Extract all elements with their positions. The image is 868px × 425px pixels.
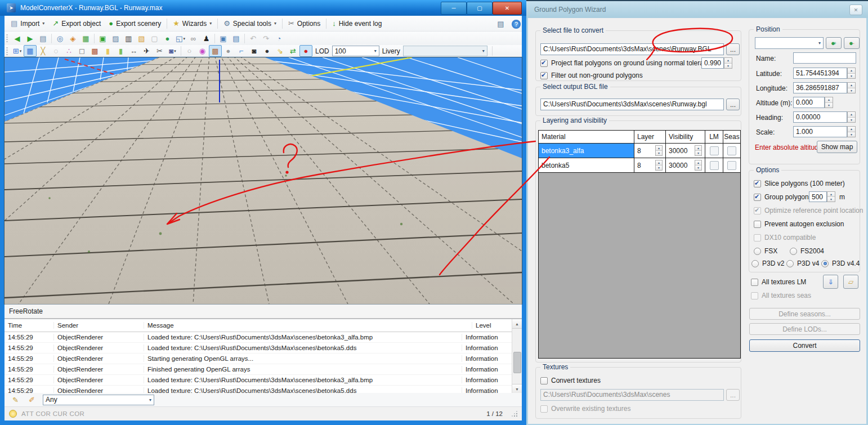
convert-textures-row[interactable]: Convert textures (540, 377, 601, 384)
fit-view-icon[interactable]: ⊞▾ (11, 45, 24, 57)
object-settings-icon[interactable]: ▣ (96, 33, 109, 44)
form-viewer-icon[interactable]: ▤ (230, 33, 243, 44)
wizard-close-button[interactable]: ✕ (849, 5, 862, 15)
prevent-autogen-checkbox[interactable] (754, 221, 761, 228)
layering-table[interactable]: Material Layer Visibility LM Seas betonk… (538, 130, 741, 359)
wizard-title-bar[interactable]: Ground Polygon Wizard (526, 1, 868, 18)
log-scrollbar[interactable]: ▲ ▼ (512, 319, 522, 393)
crane-hook-icon[interactable]: ⌐ (235, 45, 248, 57)
search-model-icon[interactable]: ◎ (53, 33, 66, 44)
tolerance-field[interactable]: 0.990 (701, 57, 724, 69)
back-icon[interactable]: ◀ (11, 33, 24, 44)
load-settings-button[interactable]: ▱ (843, 275, 858, 289)
longitude-field[interactable]: 36.286591887 (793, 82, 847, 93)
stopwatch-icon[interactable]: ◔ (272, 33, 285, 44)
scroll-thumb[interactable] (513, 352, 521, 373)
refresh-icon[interactable]: ⇄ (287, 45, 299, 57)
log-level-filter[interactable]: Any▾ (43, 395, 154, 405)
merge-objects-icon[interactable]: ∞ (187, 33, 200, 44)
seas-checkbox[interactable] (727, 161, 736, 170)
cut-scissors-icon[interactable]: ✂ (153, 45, 166, 57)
output-file-path[interactable]: C:\Users\Rust\Documents\3dsMax\scenes\Ru… (540, 99, 724, 110)
3d-viewport[interactable] (5, 57, 522, 304)
location-pin-icon[interactable]: ◈ (66, 33, 79, 44)
scroll-up-icon[interactable]: ▲ (512, 319, 522, 329)
position-preset-combo[interactable]: ▾ (755, 37, 824, 49)
report-icon[interactable]: ▤ (494, 18, 507, 30)
lm-checkbox[interactable] (710, 161, 719, 170)
log-row[interactable]: 14:55:29ObjectRendererLoaded texture: C:… (5, 343, 512, 354)
close-button[interactable]: ✕ (493, 2, 522, 15)
attach-point-icon[interactable]: ◌ (50, 45, 62, 57)
log-row[interactable]: 14:55:29ObjectRendererLoaded texture: C:… (5, 332, 512, 343)
wire-box-icon[interactable]: ◻ (75, 45, 88, 57)
camera-icon[interactable]: ◙▾ (166, 45, 179, 57)
fall-arrows-icon[interactable]: ⇘ (274, 45, 287, 57)
clear-log-icon[interactable]: ✐ (25, 394, 38, 406)
menu-item-import[interactable]: ▤Import▾ (7, 17, 48, 29)
texture-brick-icon[interactable]: ▩ (88, 45, 101, 57)
airplane-icon[interactable]: ✈ (140, 45, 153, 57)
image-viewer-icon[interactable]: ▣ (217, 33, 230, 44)
frame-animator-icon[interactable]: ▥ (122, 33, 135, 44)
help-icon[interactable]: ? (512, 20, 521, 29)
convert-button[interactable]: Convert (749, 339, 860, 352)
hierarchy-icon[interactable]: ▦ (79, 33, 92, 44)
group-size-field[interactable]: 500 (809, 191, 827, 202)
scale-spinner[interactable]: ▲▼ (847, 126, 856, 137)
xml-image-icon[interactable]: ▧ (135, 33, 148, 44)
menu-item-wizards[interactable]: ★Wizards▾ (169, 17, 216, 29)
bomb-icon[interactable]: ● (261, 45, 274, 57)
radio-fs2004[interactable]: FS2004 (790, 247, 824, 255)
altitude-spinner[interactable]: ▲▼ (825, 97, 833, 108)
log-row[interactable]: 14:55:29ObjectRendererStarting generatin… (5, 354, 512, 364)
undo-icon[interactable]: ↶ (247, 33, 259, 44)
smooth-sphere-icon[interactable]: ● (222, 45, 235, 57)
lod-combo[interactable]: 100▾ (332, 46, 379, 56)
menu-item-hide-event-log[interactable]: ↓Hide event log (328, 17, 386, 29)
add-position-globe-button[interactable]: ●+ (826, 37, 842, 49)
radio-p3dv4[interactable]: P3D v4 (786, 260, 819, 267)
particles-icon[interactable]: ∴ (62, 45, 75, 57)
convert-textures-checkbox[interactable] (540, 377, 548, 384)
name-field[interactable] (793, 52, 856, 64)
heading-field[interactable]: 0.00000 (793, 111, 847, 123)
menu-item-options[interactable]: ✂Options (284, 17, 324, 29)
menu-item-special-tools[interactable]: ⚙Special tools▾ (220, 17, 280, 29)
event-log-pane-icon[interactable]: ▤ (37, 33, 50, 44)
filter-nonground-checkbox[interactable] (540, 72, 548, 79)
material-row-betonka3_alfa[interactable]: betonka3_alfa 8▲▼ 30000▲▼ (539, 144, 740, 158)
filter-nonground-checkbox-row[interactable]: Filter out non-ground polygons (540, 71, 643, 79)
image-disabled-icon[interactable]: ▢ (148, 33, 161, 44)
menu-item-export-scenery[interactable]: ●Export scenery (105, 17, 165, 29)
all-textures-lm-checkbox[interactable] (751, 279, 758, 286)
material-row-betonka5[interactable]: betonka5 8▲▼ 30000▲▼ (539, 158, 740, 173)
note-yellow-icon[interactable]: ▮ (101, 45, 114, 57)
scroll-down-icon[interactable]: ▼ (512, 384, 522, 393)
latitude-spinner[interactable]: ▲▼ (847, 68, 856, 79)
film-reel-icon[interactable]: ◙ (248, 45, 261, 57)
all-textures-lm-row[interactable]: All textures LM (751, 278, 806, 286)
lm-checkbox[interactable] (710, 146, 719, 155)
slice-polygons-checkbox[interactable] (754, 180, 761, 187)
apple-ground-icon[interactable]: ● (299, 45, 312, 57)
forward-icon[interactable]: ▶ (24, 33, 37, 44)
col-time[interactable]: Time (5, 322, 54, 329)
axes-toggle-icon[interactable]: ╳ (37, 45, 50, 57)
group-size-spinner[interactable]: ▲▼ (827, 191, 835, 202)
save-settings-button[interactable]: ⇓ (823, 275, 838, 289)
edit-log-filter-icon[interactable]: ✎ (9, 394, 22, 406)
globe-earth-icon[interactable]: ● (161, 33, 174, 44)
latitude-field[interactable]: 51.754451394 (793, 68, 847, 79)
grid-toggle-icon[interactable]: ▦ (24, 45, 37, 57)
input-file-path[interactable]: C:\Users\Rust\Documents\3dsMax\scenes\Ru… (540, 43, 724, 55)
heading-spinner[interactable]: ▲▼ (847, 111, 856, 123)
log-row[interactable]: 14:55:29ObjectRendererLoaded texture: C:… (5, 375, 512, 386)
project-flat-checkbox-row[interactable]: Project flat polygons on ground using no… (540, 59, 717, 67)
show-map-button[interactable]: Show map (817, 141, 857, 153)
image-tools-icon[interactable]: ▨ (109, 33, 122, 44)
longitude-spinner[interactable]: ▲▼ (847, 82, 856, 93)
group-polygons-row[interactable]: Group polygons (754, 193, 812, 201)
walk-figure-icon[interactable]: ♟ (200, 33, 213, 44)
scale-field[interactable]: 1.000 (793, 126, 847, 137)
